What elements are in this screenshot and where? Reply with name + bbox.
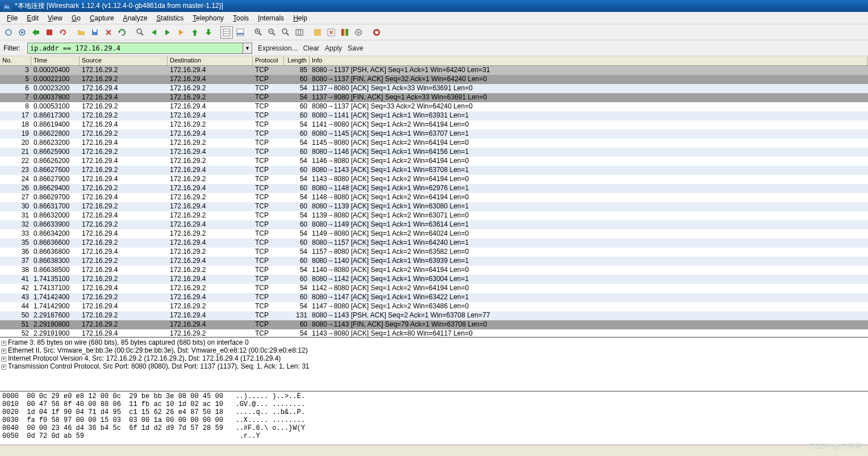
menu-file[interactable]: File xyxy=(2,13,22,23)
menu-telephony[interactable]: Telephony xyxy=(188,13,228,23)
column-time[interactable]: Time xyxy=(31,56,80,65)
packet-row[interactable]: 230.86627600172.16.29.2172.16.29.4TCP608… xyxy=(0,166,868,175)
display-filters-button[interactable] xyxy=(325,26,337,39)
zoom-out-button[interactable] xyxy=(266,26,278,39)
packet-row[interactable]: 170.86617300172.16.29.2172.16.29.4TCP608… xyxy=(0,111,868,120)
open-file-button[interactable] xyxy=(75,26,87,39)
packet-details-pane[interactable]: +Frame 3: 85 bytes on wire (680 bits), 8… xyxy=(0,337,868,391)
resize-columns-button[interactable] xyxy=(293,26,306,39)
detail-line[interactable]: +Internet Protocol Version 4, Src: 172.1… xyxy=(1,354,867,362)
packet-row[interactable]: 190.86622800172.16.29.2172.16.29.4TCP608… xyxy=(0,129,868,139)
detail-line[interactable]: +Transmission Control Protocol, Src Port… xyxy=(1,362,867,370)
colorize-button[interactable] xyxy=(220,26,233,39)
window-title: *本地连接 [Wireshark 1.12.4 (v1.12.4-0-gb486… xyxy=(15,1,223,11)
column-no[interactable]: No. xyxy=(0,56,31,65)
menu-internals[interactable]: Internals xyxy=(253,13,289,23)
packet-list[interactable]: 30.00020400172.16.29.2172.16.29.4TCP8580… xyxy=(0,66,868,337)
column-length[interactable]: Length xyxy=(284,56,310,65)
expand-icon[interactable]: + xyxy=(1,349,6,354)
packet-row[interactable]: 431.74142400172.16.29.2172.16.29.4TCP608… xyxy=(0,293,868,302)
filter-label: Filter: xyxy=(2,44,22,52)
go-back-button[interactable] xyxy=(148,26,160,39)
packet-bytes-pane[interactable]: 0000 00 0c 29 e0 e8 12 00 0c 29 be bb 3e… xyxy=(0,391,868,442)
reload-button[interactable] xyxy=(116,26,128,39)
column-source[interactable]: Source xyxy=(80,56,168,65)
menu-tools[interactable]: Tools xyxy=(228,13,253,23)
expression-button[interactable]: Expression... xyxy=(258,44,297,52)
menu-go[interactable]: Go xyxy=(67,13,85,23)
packet-row[interactable]: 330.86634200172.16.29.4172.16.29.2TCP541… xyxy=(0,229,868,239)
menu-view[interactable]: View xyxy=(43,13,67,23)
svg-line-14 xyxy=(259,33,261,35)
packet-list-header: No. Time Source Destination Protocol Len… xyxy=(0,56,868,66)
expand-icon[interactable]: + xyxy=(1,357,6,362)
packet-row[interactable]: 411.74135100172.16.29.2172.16.29.4TCP608… xyxy=(0,275,868,284)
menu-edit[interactable]: Edit xyxy=(22,13,43,23)
packet-row[interactable]: 270.86629700172.16.29.4172.16.29.2TCP541… xyxy=(0,193,868,202)
packet-row[interactable]: 260.86629400172.16.29.2172.16.29.4TCP608… xyxy=(0,184,868,193)
packet-row[interactable]: 80.00053100172.16.29.2172.16.29.4TCP6080… xyxy=(0,102,868,111)
go-last-button[interactable] xyxy=(202,26,215,39)
detail-line[interactable]: +Ethernet II, Src: Vmware_be:bb:3e (00:0… xyxy=(1,346,867,354)
zoom-in-button[interactable] xyxy=(252,26,265,39)
detail-line[interactable]: +Frame 3: 85 bytes on wire (680 bits), 8… xyxy=(1,338,867,346)
svg-line-18 xyxy=(273,33,275,35)
packet-row[interactable]: 70.00037800172.16.29.4172.16.29.2TCP5411… xyxy=(0,93,868,102)
packet-row[interactable]: 200.86623200172.16.29.4172.16.29.2TCP541… xyxy=(0,139,868,148)
help-button[interactable] xyxy=(370,26,383,39)
filter-input[interactable] xyxy=(27,43,243,54)
apply-button[interactable]: Apply xyxy=(325,44,342,52)
packet-row[interactable]: 441.74142900172.16.29.4172.16.29.2TCP541… xyxy=(0,302,868,311)
packet-row[interactable]: 502.29187600172.16.29.2172.16.29.4TCP131… xyxy=(0,311,868,320)
packet-row[interactable]: 30.00020400172.16.29.2172.16.29.4TCP8580… xyxy=(0,66,868,75)
interfaces-button[interactable] xyxy=(2,26,15,39)
packet-row[interactable]: 512.29190800172.16.29.2172.16.29.4TCP608… xyxy=(0,320,868,329)
clear-button[interactable]: Clear xyxy=(303,44,319,52)
options-button[interactable] xyxy=(16,26,28,39)
filter-dropdown-button[interactable]: ▼ xyxy=(243,43,252,54)
close-file-button[interactable] xyxy=(102,26,115,39)
packet-row[interactable]: 360.86636800172.16.29.4172.16.29.2TCP541… xyxy=(0,248,868,257)
menu-help[interactable]: Help xyxy=(289,13,312,23)
packet-row[interactable]: 320.86633900172.16.29.2172.16.29.4TCP608… xyxy=(0,220,868,229)
capture-filters-button[interactable] xyxy=(311,26,324,39)
menubar: FileEditViewGoCaptureAnalyzeStatisticsTe… xyxy=(0,12,868,24)
expand-icon[interactable]: + xyxy=(1,365,6,370)
svg-line-21 xyxy=(286,33,289,35)
menu-statistics[interactable]: Statistics xyxy=(152,13,188,23)
go-to-button[interactable] xyxy=(175,26,187,39)
auto-scroll-button[interactable] xyxy=(234,26,247,39)
zoom-reset-button[interactable] xyxy=(279,26,292,39)
packet-row[interactable]: 240.86627900172.16.29.4172.16.29.2TCP541… xyxy=(0,175,868,184)
packet-row[interactable]: 421.74137100172.16.29.4172.16.29.2TCP541… xyxy=(0,284,868,293)
save-file-button[interactable] xyxy=(89,26,101,39)
column-destination[interactable]: Destination xyxy=(168,56,253,65)
packet-row[interactable]: 50.00022100172.16.29.2172.16.29.4TCP6080… xyxy=(0,75,868,84)
go-forward-button[interactable] xyxy=(161,26,174,39)
column-info[interactable]: Info xyxy=(310,56,868,65)
svg-rect-3 xyxy=(47,30,52,35)
packet-row[interactable]: 380.86638500172.16.29.4172.16.29.2TCP541… xyxy=(0,266,868,275)
find-button[interactable] xyxy=(134,26,147,39)
main-toolbar xyxy=(0,24,868,40)
go-first-button[interactable] xyxy=(189,26,201,39)
packet-row[interactable]: 220.86626200172.16.29.4172.16.29.2TCP541… xyxy=(0,157,868,166)
packet-row[interactable]: 522.29191900172.16.29.4172.16.29.2TCP541… xyxy=(0,329,868,337)
menu-capture[interactable]: Capture xyxy=(85,13,119,23)
preferences-button[interactable] xyxy=(352,26,365,39)
column-protocol[interactable]: Protocol xyxy=(253,56,284,65)
packet-row[interactable]: 180.86619400172.16.29.4172.16.29.2TCP541… xyxy=(0,120,868,129)
packet-row[interactable]: 300.86631700172.16.29.2172.16.29.4TCP608… xyxy=(0,202,868,211)
menu-analyze[interactable]: Analyze xyxy=(119,13,152,23)
packet-row[interactable]: 210.86625900172.16.29.2172.16.29.4TCP608… xyxy=(0,148,868,157)
expand-icon[interactable]: + xyxy=(1,341,6,346)
packet-row[interactable]: 350.86636600172.16.29.2172.16.29.4TCP608… xyxy=(0,239,868,248)
save-button[interactable]: Save xyxy=(348,44,363,52)
packet-row[interactable]: 60.00023200172.16.29.4172.16.29.2TCP5411… xyxy=(0,84,868,93)
packet-row[interactable]: 310.86632000172.16.29.4172.16.29.2TCP541… xyxy=(0,211,868,220)
stop-capture-button[interactable] xyxy=(43,26,56,39)
restart-capture-button[interactable] xyxy=(57,26,69,39)
coloring-rules-button[interactable] xyxy=(339,26,351,39)
start-capture-button[interactable] xyxy=(30,26,42,39)
packet-row[interactable]: 370.86638300172.16.29.2172.16.29.4TCP608… xyxy=(0,257,868,266)
